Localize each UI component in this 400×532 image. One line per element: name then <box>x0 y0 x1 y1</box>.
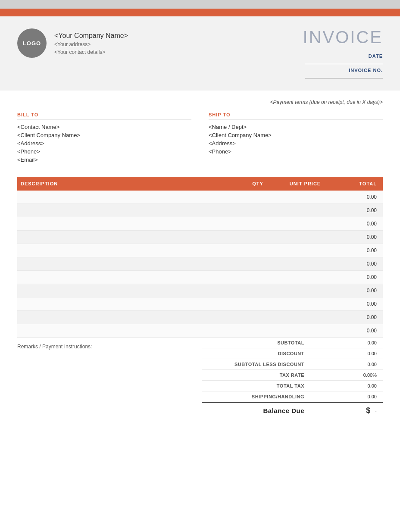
table-row: 0.00 <box>17 311 383 324</box>
shipping-label: SHIPPING/HANDLING <box>202 391 310 403</box>
bill-to-contact: <Contact Name> <box>17 124 191 130</box>
balance-due-amount: $ - <box>310 402 383 419</box>
company-contact: <Your contact details> <box>54 49 128 55</box>
row-total: 0.00 <box>335 257 383 271</box>
row-qty <box>241 297 275 311</box>
ship-to-name: <Name / Dept> <box>209 124 383 130</box>
invoice-right: INVOICE DATE INVOICE NO. <box>303 28 383 78</box>
balance-due-row: Balance Due $ - <box>202 402 383 419</box>
tax-rate-row: TAX RATE 0.00% <box>202 370 383 381</box>
tax-rate-value: 0.00% <box>310 370 383 381</box>
row-unit-price <box>275 204 335 217</box>
row-total: 0.00 <box>335 191 383 204</box>
bill-to-address: <Address> <box>17 140 191 147</box>
billing-row: BILL TO <Contact Name> <Client Company N… <box>17 112 383 165</box>
discount-label: DISCOUNT <box>202 348 310 359</box>
row-unit-price <box>275 217 335 231</box>
row-qty <box>241 257 275 271</box>
row-qty <box>241 284 275 297</box>
balance-due-label: Balance Due <box>202 402 310 419</box>
invoice-title: INVOICE <box>303 28 383 46</box>
row-qty <box>241 231 275 244</box>
totals-col: SUBTOTAL 0.00 DISCOUNT 0.00 SUBTOTAL LES… <box>202 338 383 419</box>
col-header-unit-price: UNIT PRICE <box>275 177 335 191</box>
total-tax-label: TOTAL TAX <box>202 381 310 391</box>
table-row: 0.00 <box>17 204 383 217</box>
row-qty <box>241 271 275 284</box>
shipping-value: 0.00 <box>310 391 383 403</box>
payment-terms: <Payment terms (due on receipt, due in X… <box>17 99 383 105</box>
row-description <box>17 204 241 217</box>
ship-to-address: <Address> <box>209 140 383 147</box>
subtotal-row: SUBTOTAL 0.00 <box>202 338 383 348</box>
table-row: 0.00 <box>17 191 383 204</box>
date-line <box>305 60 383 64</box>
row-description <box>17 324 241 338</box>
table-row: 0.00 <box>17 257 383 271</box>
row-unit-price <box>275 231 335 244</box>
bill-to-email: <Email> <box>17 156 191 163</box>
total-tax-row: TOTAL TAX 0.00 <box>202 381 383 391</box>
remarks-totals-row: Remarks / Payment Instructions: SUBTOTAL… <box>17 338 383 419</box>
logo-area: LOGO <Your Company Name> <Your address> … <box>17 28 128 58</box>
row-description <box>17 311 241 324</box>
row-unit-price <box>275 284 335 297</box>
row-total: 0.00 <box>335 284 383 297</box>
bill-to-company: <Client Company Name> <box>17 132 191 138</box>
subtotal-label: SUBTOTAL <box>202 338 310 348</box>
row-total: 0.00 <box>335 231 383 244</box>
bill-to-label: BILL TO <box>17 112 191 119</box>
row-unit-price <box>275 244 335 257</box>
invoice-page: LOGO <Your Company Name> <Your address> … <box>0 9 400 532</box>
top-bar <box>0 9 400 16</box>
row-total: 0.00 <box>335 204 383 217</box>
invoice-no-label: INVOICE NO. <box>349 68 383 73</box>
balance-value: - <box>375 407 377 414</box>
table-row: 0.00 <box>17 324 383 338</box>
table-row: 0.00 <box>17 231 383 244</box>
ship-to-col: SHIP TO <Name / Dept> <Client Company Na… <box>209 112 383 165</box>
row-unit-price <box>275 311 335 324</box>
totals-table: SUBTOTAL 0.00 DISCOUNT 0.00 SUBTOTAL LES… <box>202 338 383 419</box>
subtotal-value: 0.00 <box>310 338 383 348</box>
row-unit-price <box>275 324 335 338</box>
row-total: 0.00 <box>335 297 383 311</box>
row-description <box>17 191 241 204</box>
row-total: 0.00 <box>335 217 383 231</box>
table-row: 0.00 <box>17 271 383 284</box>
row-total: 0.00 <box>335 324 383 338</box>
row-description <box>17 231 241 244</box>
bill-to-phone: <Phone> <box>17 148 191 155</box>
company-address: <Your address> <box>54 41 128 47</box>
row-total: 0.00 <box>335 244 383 257</box>
subtotal-less-label: SUBTOTAL LESS DISCOUNT <box>202 359 310 370</box>
bill-to-col: BILL TO <Contact Name> <Client Company N… <box>17 112 191 165</box>
balance-due-inner: $ - <box>316 406 377 415</box>
date-label: DATE <box>369 53 383 59</box>
row-total: 0.00 <box>335 311 383 324</box>
row-qty <box>241 244 275 257</box>
row-description <box>17 217 241 231</box>
invoice-no-line <box>305 74 383 78</box>
subtotal-less-value: 0.00 <box>310 359 383 370</box>
row-unit-price <box>275 257 335 271</box>
company-name: <Your Company Name> <box>54 32 128 40</box>
total-tax-value: 0.00 <box>310 381 383 391</box>
table-row: 0.00 <box>17 244 383 257</box>
row-description <box>17 257 241 271</box>
shipping-row: SHIPPING/HANDLING 0.00 <box>202 391 383 403</box>
row-description <box>17 297 241 311</box>
col-header-qty: QTY <box>241 177 275 191</box>
header-section: LOGO <Your Company Name> <Your address> … <box>0 16 400 91</box>
row-qty <box>241 191 275 204</box>
row-qty <box>241 324 275 338</box>
tax-rate-label: TAX RATE <box>202 370 310 381</box>
date-field: DATE <box>305 53 383 64</box>
ship-to-company: <Client Company Name> <box>209 132 383 138</box>
row-description <box>17 271 241 284</box>
table-row: 0.00 <box>17 297 383 311</box>
company-info: <Your Company Name> <Your address> <Your… <box>54 28 128 55</box>
row-qty <box>241 311 275 324</box>
row-unit-price <box>275 297 335 311</box>
invoice-no-field: INVOICE NO. <box>305 68 383 78</box>
